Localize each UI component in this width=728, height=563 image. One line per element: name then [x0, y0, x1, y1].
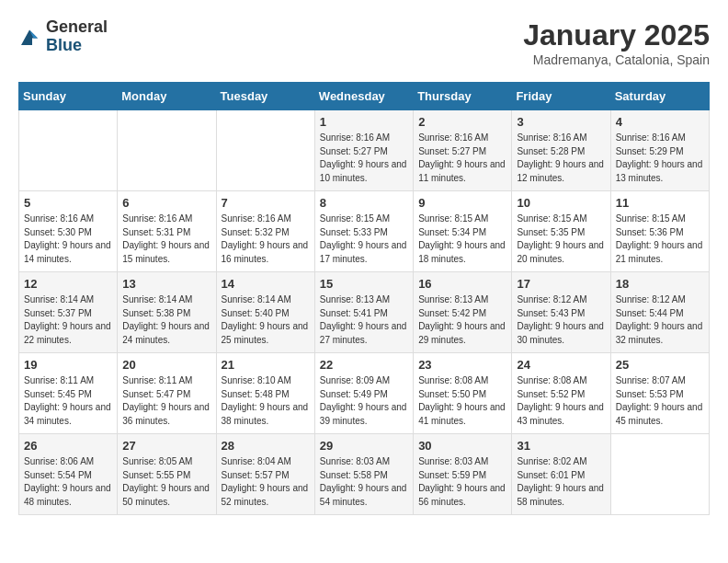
calendar-cell: 25Sunrise: 8:07 AMSunset: 5:53 PMDayligh… [610, 353, 709, 434]
day-number: 13 [122, 277, 210, 291]
day-number: 25 [616, 358, 704, 372]
day-number: 19 [24, 358, 112, 372]
day-number: 2 [418, 115, 506, 129]
day-info: Sunrise: 8:14 AMSunset: 5:40 PMDaylight:… [222, 293, 310, 347]
day-info: Sunrise: 8:09 AMSunset: 5:49 PMDaylight:… [320, 374, 408, 428]
day-info: Sunrise: 8:13 AMSunset: 5:41 PMDaylight:… [320, 293, 408, 347]
day-number: 28 [222, 439, 310, 453]
calendar-cell [19, 110, 118, 191]
location-text: Madremanya, Catalonia, Spain [523, 52, 710, 67]
weekday-header-thursday: Thursday [414, 83, 512, 110]
day-info: Sunrise: 8:07 AMSunset: 5:53 PMDaylight:… [616, 374, 704, 428]
calendar-week-row: 12Sunrise: 8:14 AMSunset: 5:37 PMDayligh… [19, 272, 710, 353]
calendar-cell: 26Sunrise: 8:06 AMSunset: 5:54 PMDayligh… [19, 434, 118, 515]
calendar-cell: 6Sunrise: 8:16 AMSunset: 5:31 PMDaylight… [118, 191, 216, 272]
day-number: 29 [320, 439, 408, 453]
calendar-cell: 2Sunrise: 8:16 AMSunset: 5:27 PMDaylight… [414, 110, 512, 191]
day-number: 22 [320, 358, 408, 372]
day-number: 10 [517, 196, 605, 210]
day-info: Sunrise: 8:11 AMSunset: 5:45 PMDaylight:… [24, 374, 112, 428]
day-info: Sunrise: 8:15 AMSunset: 5:33 PMDaylight:… [320, 213, 408, 266]
day-number: 24 [517, 358, 605, 372]
day-info: Sunrise: 8:16 AMSunset: 5:27 PMDaylight:… [320, 132, 408, 185]
calendar-cell: 19Sunrise: 8:11 AMSunset: 5:45 PMDayligh… [19, 353, 118, 434]
day-number: 8 [320, 196, 408, 210]
calendar-cell: 17Sunrise: 8:12 AMSunset: 5:43 PMDayligh… [512, 272, 610, 353]
day-info: Sunrise: 8:13 AMSunset: 5:42 PMDaylight:… [418, 293, 506, 347]
day-info: Sunrise: 8:14 AMSunset: 5:38 PMDaylight:… [122, 293, 210, 347]
day-number: 16 [418, 277, 506, 291]
calendar-week-row: 19Sunrise: 8:11 AMSunset: 5:45 PMDayligh… [19, 353, 710, 434]
calendar-cell: 16Sunrise: 8:13 AMSunset: 5:42 PMDayligh… [414, 272, 512, 353]
day-info: Sunrise: 8:16 AMSunset: 5:28 PMDaylight:… [517, 132, 605, 185]
day-number: 14 [222, 277, 310, 291]
day-info: Sunrise: 8:12 AMSunset: 5:43 PMDaylight:… [517, 293, 605, 347]
day-number: 4 [616, 115, 704, 129]
day-info: Sunrise: 8:06 AMSunset: 5:54 PMDaylight:… [24, 455, 112, 509]
weekday-header-friday: Friday [512, 83, 610, 110]
day-info: Sunrise: 8:08 AMSunset: 5:50 PMDaylight:… [418, 374, 506, 428]
calendar-cell: 8Sunrise: 8:15 AMSunset: 5:33 PMDaylight… [314, 191, 413, 272]
calendar-cell: 29Sunrise: 8:03 AMSunset: 5:58 PMDayligh… [314, 434, 413, 515]
calendar-cell: 28Sunrise: 8:04 AMSunset: 5:57 PMDayligh… [216, 434, 314, 515]
calendar-cell: 7Sunrise: 8:16 AMSunset: 5:32 PMDaylight… [216, 191, 314, 272]
day-info: Sunrise: 8:16 AMSunset: 5:27 PMDaylight:… [418, 132, 506, 185]
day-number: 30 [418, 439, 506, 453]
calendar-cell: 9Sunrise: 8:15 AMSunset: 5:34 PMDaylight… [414, 191, 512, 272]
calendar-cell [216, 110, 314, 191]
day-info: Sunrise: 8:14 AMSunset: 5:37 PMDaylight:… [24, 293, 112, 347]
weekday-header-saturday: Saturday [610, 83, 709, 110]
day-info: Sunrise: 8:10 AMSunset: 5:48 PMDaylight:… [222, 374, 310, 428]
calendar-cell: 14Sunrise: 8:14 AMSunset: 5:40 PMDayligh… [216, 272, 314, 353]
day-info: Sunrise: 8:12 AMSunset: 5:44 PMDaylight:… [616, 293, 704, 347]
month-title: January 2025 [523, 18, 710, 52]
day-info: Sunrise: 8:02 AMSunset: 6:01 PMDaylight:… [517, 455, 605, 509]
calendar-cell: 5Sunrise: 8:16 AMSunset: 5:30 PMDaylight… [19, 191, 118, 272]
weekday-header-monday: Monday [118, 83, 216, 110]
title-block: January 2025 Madremanya, Catalonia, Spai… [523, 18, 710, 67]
day-info: Sunrise: 8:04 AMSunset: 5:57 PMDaylight:… [222, 455, 310, 509]
logo: General Blue [18, 18, 108, 55]
day-number: 15 [320, 277, 408, 291]
day-number: 21 [222, 358, 310, 372]
day-number: 20 [122, 358, 210, 372]
weekday-header-tuesday: Tuesday [216, 83, 314, 110]
calendar-cell [610, 434, 709, 515]
calendar-cell: 3Sunrise: 8:16 AMSunset: 5:28 PMDaylight… [512, 110, 610, 191]
day-info: Sunrise: 8:16 AMSunset: 5:30 PMDaylight:… [24, 213, 112, 266]
calendar-table: SundayMondayTuesdayWednesdayThursdayFrid… [18, 82, 710, 515]
calendar-cell: 20Sunrise: 8:11 AMSunset: 5:47 PMDayligh… [118, 353, 216, 434]
day-number: 27 [122, 439, 210, 453]
calendar-cell: 11Sunrise: 8:15 AMSunset: 5:36 PMDayligh… [610, 191, 709, 272]
logo-general-text: General [46, 18, 108, 37]
calendar-cell: 10Sunrise: 8:15 AMSunset: 5:35 PMDayligh… [512, 191, 610, 272]
day-number: 3 [517, 115, 605, 129]
day-number: 17 [517, 277, 605, 291]
day-info: Sunrise: 8:16 AMSunset: 5:32 PMDaylight:… [222, 213, 310, 266]
calendar-cell: 15Sunrise: 8:13 AMSunset: 5:41 PMDayligh… [314, 272, 413, 353]
day-number: 9 [418, 196, 506, 210]
calendar-cell: 1Sunrise: 8:16 AMSunset: 5:27 PMDaylight… [314, 110, 413, 191]
day-info: Sunrise: 8:16 AMSunset: 5:31 PMDaylight:… [122, 213, 210, 266]
weekday-header-row: SundayMondayTuesdayWednesdayThursdayFrid… [19, 83, 710, 110]
calendar-cell: 22Sunrise: 8:09 AMSunset: 5:49 PMDayligh… [314, 353, 413, 434]
calendar-cell: 23Sunrise: 8:08 AMSunset: 5:50 PMDayligh… [414, 353, 512, 434]
logo-blue-text: Blue [46, 37, 108, 55]
day-number: 26 [24, 439, 112, 453]
day-info: Sunrise: 8:05 AMSunset: 5:55 PMDaylight:… [122, 455, 210, 509]
day-info: Sunrise: 8:03 AMSunset: 5:58 PMDaylight:… [320, 455, 408, 509]
calendar-cell: 4Sunrise: 8:16 AMSunset: 5:29 PMDaylight… [610, 110, 709, 191]
day-info: Sunrise: 8:15 AMSunset: 5:34 PMDaylight:… [418, 213, 506, 266]
day-number: 23 [418, 358, 506, 372]
calendar-cell: 27Sunrise: 8:05 AMSunset: 5:55 PMDayligh… [118, 434, 216, 515]
day-info: Sunrise: 8:16 AMSunset: 5:29 PMDaylight:… [616, 132, 704, 185]
calendar-week-row: 1Sunrise: 8:16 AMSunset: 5:27 PMDaylight… [19, 110, 710, 191]
calendar-cell: 31Sunrise: 8:02 AMSunset: 6:01 PMDayligh… [512, 434, 610, 515]
day-number: 18 [616, 277, 704, 291]
day-number: 6 [122, 196, 210, 210]
day-info: Sunrise: 8:11 AMSunset: 5:47 PMDaylight:… [122, 374, 210, 428]
calendar-cell: 13Sunrise: 8:14 AMSunset: 5:38 PMDayligh… [118, 272, 216, 353]
day-number: 5 [24, 196, 112, 210]
calendar-week-row: 5Sunrise: 8:16 AMSunset: 5:30 PMDaylight… [19, 191, 710, 272]
calendar-cell: 18Sunrise: 8:12 AMSunset: 5:44 PMDayligh… [610, 272, 709, 353]
